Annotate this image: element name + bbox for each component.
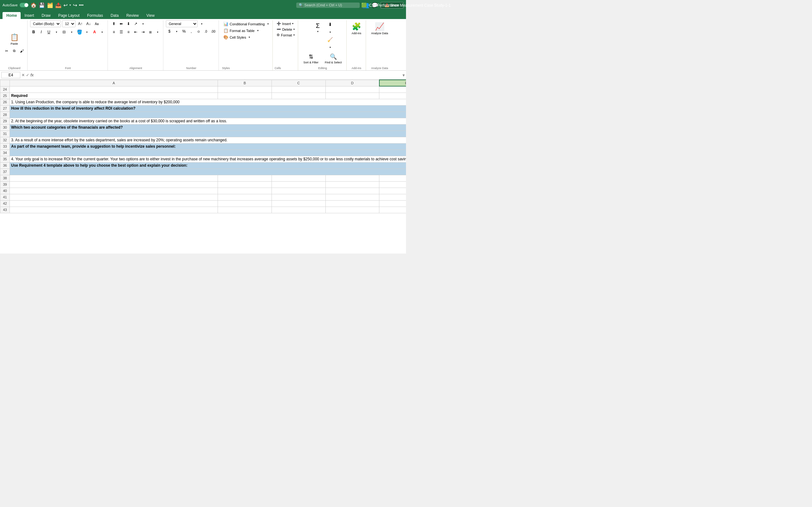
table-cell[interactable] [218, 194, 272, 200]
indent-decrease-button[interactable]: ⇤ [132, 29, 139, 36]
insert-function-icon[interactable]: fx [31, 72, 34, 77]
table-cell[interactable] [218, 187, 272, 194]
tab-home[interactable]: Home [3, 12, 20, 19]
tab-page-layout[interactable]: Page Layout [54, 12, 83, 19]
table-cell[interactable] [218, 200, 272, 207]
cell-reference-input[interactable] [1, 72, 20, 78]
sheet-area[interactable]: A B C D E F G H I J 2425Required261. Usi… [0, 79, 406, 253]
conditional-formatting-button[interactable]: 📊 Conditional Formatting ▾ [222, 21, 270, 27]
save-icon[interactable]: 💾 [39, 2, 45, 8]
col-header-B[interactable]: B [218, 80, 272, 86]
col-header-C[interactable]: C [271, 80, 325, 86]
number-format-select[interactable]: General [166, 20, 198, 27]
increase-font-button[interactable]: A↑ [77, 20, 84, 27]
table-cell[interactable] [271, 175, 325, 181]
table-cell[interactable] [218, 181, 272, 187]
clear-button[interactable]: 🧹 [326, 36, 334, 43]
col-header-A[interactable]: A [10, 80, 218, 86]
table-cell[interactable] [10, 112, 406, 118]
table-cell[interactable] [10, 187, 218, 194]
table-cell[interactable] [325, 86, 379, 93]
font-size-select[interactable]: 12 [62, 20, 75, 27]
align-right-button[interactable]: ≡ [125, 29, 132, 36]
align-bottom-button[interactable]: ⬇ [125, 20, 132, 27]
percent-button[interactable]: % [181, 28, 188, 35]
table-cell[interactable] [325, 175, 379, 181]
table-cell[interactable]: As part of the management team, provide … [10, 143, 406, 150]
merge-arrow[interactable]: ▾ [154, 29, 161, 36]
table-cell[interactable] [10, 200, 218, 207]
undo-icon[interactable]: ↩ [63, 2, 67, 8]
table-cell[interactable] [325, 187, 379, 194]
cancel-icon[interactable]: ✕ [21, 73, 25, 77]
addins-button[interactable]: 🧩 Add-ins [349, 21, 364, 36]
format-painter-button[interactable]: 🖌 [18, 48, 26, 55]
table-cell[interactable] [325, 200, 379, 207]
font-name-select[interactable]: Calibri (Body) [30, 20, 61, 27]
paste-button[interactable]: 📋 Paste [7, 32, 21, 47]
table-cell[interactable] [10, 169, 406, 175]
currency-arrow[interactable]: ▾ [173, 28, 180, 35]
fill-button[interactable]: ⬇ [326, 21, 334, 28]
tab-view[interactable]: View [143, 12, 159, 19]
font-color-arrow[interactable]: ▾ [99, 29, 106, 36]
orientation-button[interactable]: ↗ [132, 20, 139, 27]
merge-button[interactable]: ⊞ [147, 29, 154, 36]
number-format-arrow[interactable]: ▾ [198, 20, 205, 27]
home-icon[interactable]: 🏠 [31, 2, 37, 8]
italic-button[interactable]: I [38, 29, 45, 36]
border-arrow[interactable]: ▾ [68, 29, 75, 36]
more-icon[interactable]: ••• [79, 3, 84, 8]
table-cell[interactable]: 4. Your only goal is to increase ROI for… [10, 156, 406, 162]
font-color-button[interactable]: A [91, 29, 98, 36]
cut-button[interactable]: ✂ [3, 48, 10, 55]
fill-color-arrow[interactable]: ▾ [84, 29, 90, 36]
search-box[interactable]: 🔍 Search (Cmd + Ctrl + U) [296, 3, 360, 8]
comma-button[interactable]: , [188, 28, 195, 35]
format-as-table-button[interactable]: 📋 Format as Table ▾ [222, 27, 270, 34]
table-cell[interactable]: Which two account categories of the fina… [10, 124, 406, 130]
delete-button[interactable]: ➖ Delete ▾ [275, 26, 297, 32]
table-cell[interactable] [325, 194, 379, 200]
save-share-icon[interactable]: 📤 [55, 2, 61, 8]
table-cell[interactable] [379, 187, 406, 194]
table-cell[interactable] [10, 130, 406, 137]
wrap-arrow-button[interactable]: ▾ [140, 20, 147, 27]
accounting-button[interactable]: ⊙ [195, 28, 202, 35]
table-cell[interactable] [10, 194, 218, 200]
confirm-icon[interactable]: ✓ [26, 73, 29, 77]
table-cell[interactable] [10, 150, 406, 156]
col-header-E[interactable]: E [379, 80, 406, 86]
table-cell[interactable] [271, 207, 325, 213]
table-cell[interactable] [271, 86, 325, 93]
table-cell[interactable] [379, 207, 406, 213]
align-middle-button[interactable]: ⬅ [118, 20, 125, 27]
autosave-toggle[interactable] [20, 3, 29, 7]
table-cell[interactable]: 1. Using Lean Production, the company is… [10, 99, 406, 105]
table-cell[interactable] [10, 175, 218, 181]
table-cell[interactable] [325, 93, 379, 99]
table-cell[interactable] [325, 181, 379, 187]
table-cell[interactable]: Use Requirement 4 template above to help… [10, 162, 406, 169]
tab-data[interactable]: Data [107, 12, 122, 19]
table-cell[interactable] [271, 187, 325, 194]
currency-button[interactable]: $ [166, 28, 173, 35]
sum-button[interactable]: Σ ▾ [311, 21, 325, 51]
increase-decimal-button[interactable]: .0 [202, 28, 209, 35]
align-left-button[interactable]: ≡ [110, 29, 117, 36]
cell-styles-button[interactable]: 🎨 Cell Styles ▾ [222, 34, 270, 40]
indent-increase-button[interactable]: ⇥ [140, 29, 147, 36]
formula-input[interactable] [35, 72, 401, 78]
fill-color-button[interactable]: 🪣 [76, 29, 83, 36]
redo-icon[interactable]: ↪ [73, 2, 77, 8]
align-center-button[interactable]: ☰ [118, 29, 125, 36]
analyze-button[interactable]: 📈 Analyze Data [368, 21, 391, 36]
table-cell[interactable] [10, 86, 218, 93]
tab-draw[interactable]: Draw [38, 12, 54, 19]
table-cell[interactable] [218, 207, 272, 213]
border-button[interactable]: ⊟ [61, 29, 67, 36]
tab-formulas[interactable]: Formulas [84, 12, 107, 19]
sort-filter-button[interactable]: ⇅ Sort & Filter [301, 52, 321, 65]
copy-button[interactable]: ⧉ [11, 48, 18, 55]
table-cell[interactable] [218, 175, 272, 181]
